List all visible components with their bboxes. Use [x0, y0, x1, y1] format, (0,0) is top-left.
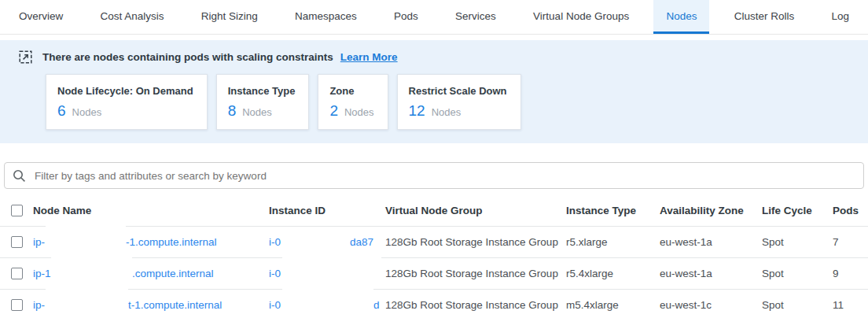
tab-cost-analysis[interactable]: Cost Analysis	[88, 0, 177, 34]
banner-message: There are nodes containing pods with sca…	[42, 51, 333, 63]
table-row: ip-1 .compute.internal i-0 128Gb Root St…	[0, 258, 868, 290]
column-header-virtual-node-group: Virtual Node Group	[385, 195, 566, 227]
instance-id-link[interactable]: d	[373, 290, 380, 318]
row-checkbox[interactable]	[11, 236, 23, 248]
node-name-link[interactable]: -1.compute.internal	[126, 227, 217, 258]
redaction-block	[46, 222, 126, 252]
tab-namespaces[interactable]: Namespaces	[282, 0, 370, 34]
tab-cluster-rolls[interactable]: Cluster Rolls	[722, 0, 807, 34]
instance-id-link[interactable]: i-0	[269, 268, 281, 279]
redaction-block	[46, 285, 128, 315]
redaction-block	[51, 253, 132, 283]
card-unit: Nodes	[72, 106, 102, 118]
search-input[interactable]	[33, 169, 855, 183]
table-header-row: Node Name Instance ID Virtual Node Group…	[0, 195, 868, 227]
card-instance-type[interactable]: Instance Type 8 Nodes	[216, 74, 310, 130]
availability-zone-cell: eu-west-1a	[660, 227, 762, 258]
table-row: ip- t-1.compute.internal i-0 d 128Gb Roo…	[0, 290, 868, 318]
scaling-constraints-banner: There are nodes containing pods with sca…	[0, 40, 868, 143]
card-title: Restrict Scale Down	[409, 85, 507, 97]
virtual-node-group-cell: 128Gb Root Storage Instance Group	[385, 258, 566, 290]
instance-id-link[interactable]: i-0	[269, 299, 281, 311]
node-name-link[interactable]: ip-1	[33, 268, 51, 279]
row-checkbox[interactable]	[11, 299, 23, 311]
column-header-pods: Pods	[833, 195, 868, 227]
card-count: 6	[57, 102, 66, 120]
availability-zone-cell: eu-west-1c	[660, 290, 762, 318]
nodes-table: Node Name Instance ID Virtual Node Group…	[0, 195, 868, 318]
instance-type-cell: r5.xlarge	[566, 227, 660, 258]
instance-type-cell: r5.4xlarge	[566, 258, 660, 290]
life-cycle-cell: Spot	[762, 227, 833, 258]
row-checkbox[interactable]	[11, 268, 23, 279]
redaction-block	[282, 285, 373, 315]
card-count: 12	[409, 102, 425, 120]
card-count: 2	[329, 102, 338, 120]
column-header-life-cycle: Life Cycle	[762, 195, 833, 227]
node-name-link[interactable]: ip-	[33, 236, 45, 248]
constraint-cards: Node Lifecycle: On Demand 6 Nodes Instan…	[46, 74, 849, 130]
virtual-node-group-cell: 128Gb Root Storage Instance Group	[385, 290, 566, 318]
node-name-link[interactable]: .compute.internal	[132, 258, 214, 290]
card-node-lifecycle-on-demand[interactable]: Node Lifecycle: On Demand 6 Nodes	[46, 74, 208, 130]
instance-id-link[interactable]: i-0	[269, 236, 281, 248]
column-header-instance-type: Instance Type	[566, 195, 660, 227]
tab-virtual-node-groups[interactable]: Virtual Node Groups	[520, 0, 642, 34]
pods-count-cell: 11	[833, 290, 868, 318]
card-title: Node Lifecycle: On Demand	[57, 85, 193, 97]
tab-pods[interactable]: Pods	[381, 0, 431, 34]
select-all-checkbox[interactable]	[11, 205, 23, 216]
tab-overview[interactable]: Overview	[6, 0, 75, 34]
pods-count-cell: 9	[833, 258, 868, 290]
banner-message-row: There are nodes containing pods with sca…	[19, 50, 849, 64]
redaction-block	[282, 228, 350, 255]
column-header-instance-id: Instance ID	[269, 195, 385, 227]
redaction-block	[282, 253, 381, 283]
search-icon	[13, 169, 26, 183]
life-cycle-cell: Spot	[762, 258, 833, 290]
life-cycle-cell: Spot	[762, 290, 833, 318]
availability-zone-cell: eu-west-1a	[660, 258, 762, 290]
tab-log[interactable]: Log	[818, 0, 862, 34]
node-name-link[interactable]: t-1.compute.internal	[128, 290, 222, 318]
card-unit: Nodes	[344, 106, 374, 118]
card-count: 8	[228, 102, 237, 120]
card-unit: Nodes	[242, 106, 272, 118]
card-title: Instance Type	[228, 85, 296, 97]
virtual-node-group-cell: 128Gb Root Storage Instance Group	[385, 227, 566, 258]
node-name-link[interactable]: ip-	[33, 299, 45, 311]
card-title: Zone	[329, 85, 373, 97]
instance-type-cell: m5.4xlarge	[566, 290, 660, 318]
card-zone[interactable]: Zone 2 Nodes	[318, 74, 388, 130]
card-restrict-scale-down[interactable]: Restrict Scale Down 12 Nodes	[397, 74, 521, 130]
filter-search-bar[interactable]	[4, 162, 864, 189]
pods-count-cell: 7	[833, 227, 868, 258]
column-header-availability-zone: Availability Zone	[660, 195, 762, 227]
tab-nodes[interactable]: Nodes	[653, 0, 709, 34]
tab-bar: Overview Cost Analysis Right Sizing Name…	[0, 0, 868, 35]
learn-more-link[interactable]: Learn More	[340, 51, 398, 63]
scale-up-icon	[19, 50, 32, 64]
tab-services[interactable]: Services	[443, 0, 509, 34]
tab-right-sizing[interactable]: Right Sizing	[189, 0, 270, 34]
card-unit: Nodes	[432, 106, 462, 118]
